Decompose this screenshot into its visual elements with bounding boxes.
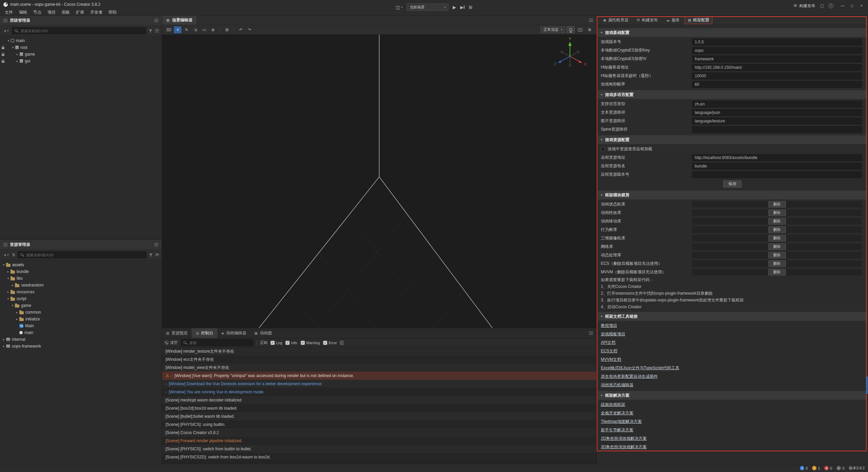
dimension-toggle[interactable]: 3D — [165, 26, 173, 33]
log-row[interactable]: [Scene] [bullet]:bullet wasm lib loaded. — [162, 412, 596, 420]
doc-link[interactable]: 动画状态机编辑器 — [601, 382, 633, 388]
scrollbar-thumb[interactable] — [866, 376, 868, 394]
tree-item[interactable]: TSMain — [0, 322, 162, 329]
menu-item[interactable]: 文件 — [2, 9, 16, 15]
panel-menu-icon[interactable] — [589, 332, 593, 335]
expand-arrow-icon[interactable]: ▾ — [6, 297, 11, 300]
assets-search-input[interactable] — [26, 253, 144, 257]
doc-link[interactable]: 战旗游戏框架 — [601, 402, 625, 408]
inspector-tab[interactable]: ⚒构建发布 — [634, 16, 661, 24]
help-icon[interactable]: ? — [829, 3, 833, 8]
log-row[interactable]: [Scene] Cocos Creator v3.8.2 — [162, 429, 596, 437]
panel-menu-icon[interactable] — [154, 19, 158, 22]
store-icon[interactable]: ▢ — [820, 3, 824, 8]
error-count-badge[interactable]: ×0 — [824, 466, 832, 470]
log-row[interactable]: [Scene] meshopt wasm decoder initialized — [162, 396, 596, 404]
step-button[interactable]: ▶ — [460, 5, 465, 10]
property-input[interactable] — [692, 39, 862, 45]
tree-item[interactable]: ▾assets — [0, 261, 162, 268]
log-row[interactable]: [Window] ecs文件夹不存在 — [162, 355, 596, 363]
scene-light-toggle[interactable] — [567, 26, 575, 33]
delete-button[interactable]: 删除 — [768, 269, 786, 275]
menu-item[interactable]: 编辑 — [16, 9, 30, 15]
checkbox[interactable]: ✓ — [323, 341, 327, 345]
section-header[interactable]: ▾框架解决方案 — [598, 391, 867, 400]
console-tab[interactable]: ▦动画图 — [251, 328, 276, 338]
regex-toggle[interactable]: 正则 — [260, 340, 268, 345]
console-search-input[interactable] — [189, 341, 251, 345]
doc-link[interactable]: 全栈开发解决方案 — [601, 410, 633, 416]
tree-item[interactable]: ▸gui — [0, 58, 162, 64]
property-input[interactable] — [692, 81, 862, 88]
property-input[interactable] — [692, 171, 862, 178]
doc-link[interactable]: API文档 — [601, 340, 615, 346]
property-input[interactable] — [692, 154, 862, 161]
menu-item[interactable]: 帮助 — [105, 9, 120, 15]
console-tab[interactable]: ◈动画编辑器 — [217, 328, 251, 338]
tree-item[interactable]: ▾game — [0, 302, 162, 309]
info-count-badge[interactable]: i3 — [800, 466, 808, 470]
pivot-tool[interactable]: ⊕ — [209, 26, 217, 33]
expand-arrow-icon[interactable]: ▾ — [11, 46, 15, 49]
section-header[interactable]: ▾游戏多语言配置 — [598, 90, 867, 99]
delete-button[interactable]: 删除 — [768, 252, 786, 258]
property-input[interactable] — [692, 101, 862, 107]
warning-count-badge[interactable]: !1 — [812, 466, 820, 470]
undo-button[interactable]: ↶ — [237, 26, 244, 33]
log-row[interactable]: [Scene] Forward render pipeline initiali… — [162, 437, 596, 445]
expand-arrow-icon[interactable]: ▸ — [10, 283, 15, 287]
list-options-icon[interactable] — [155, 29, 159, 32]
minimize-button[interactable]: — — [838, 2, 847, 9]
expand-arrow-icon[interactable]: ▾ — [10, 304, 15, 307]
filter-icon[interactable] — [149, 253, 153, 257]
delete-button[interactable]: 删除 — [768, 260, 786, 267]
lock-icon[interactable] — [2, 47, 4, 49]
log-row[interactable]: [Scene] [PHYSICS2D]: switch from box2d-w… — [162, 453, 596, 461]
panel-menu-icon[interactable] — [154, 243, 158, 246]
expand-arrow-icon[interactable]: ▾ — [1, 263, 6, 267]
log-row[interactable]: ›[Window] Download the Vue Devtools exte… — [162, 380, 596, 388]
delete-button[interactable]: 删除 — [768, 235, 786, 241]
console-tab[interactable]: ▤控制台 — [192, 328, 217, 338]
tree-item[interactable]: ▾main — [0, 37, 162, 44]
log-filter[interactable]: ✓Log — [271, 341, 282, 345]
filter-icon[interactable] — [149, 29, 153, 33]
delete-button[interactable]: 删除 — [768, 227, 786, 233]
section-header[interactable]: ▾游戏资源配置 — [598, 135, 867, 144]
panel-menu-icon[interactable] — [589, 19, 593, 22]
tree-item[interactable]: ▸internal — [0, 336, 162, 343]
expand-arrow-icon[interactable]: ▸ — [15, 59, 20, 63]
hierarchy-search[interactable] — [12, 27, 146, 34]
close-button[interactable]: × — [857, 2, 866, 9]
expand-arrow-icon[interactable]: ▸ — [1, 338, 6, 341]
scene-camera-button[interactable] — [576, 26, 584, 33]
tree-item[interactable]: ▾root — [0, 44, 162, 51]
log-filter[interactable]: ✓Info — [285, 341, 297, 345]
move-tool[interactable]: + — [174, 26, 181, 33]
expand-chevron-icon[interactable]: › — [165, 382, 167, 386]
expand-arrow-icon[interactable]: ▸ — [15, 311, 19, 314]
log-row[interactable]: ›[Window] You are running Vue in develop… — [162, 388, 596, 396]
checkbox[interactable]: ✓ — [285, 341, 290, 345]
expand-arrow-icon[interactable]: ▾ — [6, 277, 11, 280]
scene-select[interactable]: 当前场景▾ — [407, 3, 449, 11]
assets-search[interactable] — [18, 251, 146, 258]
create-asset-button[interactable]: +▾ — [3, 252, 9, 258]
coordinate-toggle[interactable]: ⊞ — [223, 26, 231, 33]
menu-item[interactable]: 开发者 — [87, 9, 105, 15]
play-button[interactable]: ▶ — [453, 5, 456, 10]
expand-arrow-icon[interactable]: ▾ — [6, 39, 11, 42]
tree-item[interactable]: ▾libs — [0, 275, 162, 282]
expand-arrow-icon[interactable]: ▸ — [1, 345, 6, 348]
log-row[interactable]: [Scene] [box2d]:box2d wasm lib loaded. — [162, 404, 596, 412]
tree-item[interactable]: main — [0, 329, 162, 336]
log-filter[interactable]: ✓Warning — [301, 341, 320, 345]
doc-link[interactable]: Excel格式转Json文件与TypeScript代码工具 — [601, 365, 679, 371]
doc-link[interactable]: 教程项目 — [601, 323, 617, 329]
log-row[interactable]: [Window] render_texture文件夹不存在 — [162, 347, 596, 355]
scene-settings-button[interactable]: ⚙ — [586, 26, 594, 33]
tree-item[interactable]: ▸oops-framework — [0, 343, 162, 350]
checkbox[interactable]: ✓ — [301, 341, 305, 345]
log-row[interactable]: ⚠›[Window] [Vue warn]: Property "onInput… — [162, 372, 596, 380]
lock-icon[interactable] — [2, 61, 4, 63]
